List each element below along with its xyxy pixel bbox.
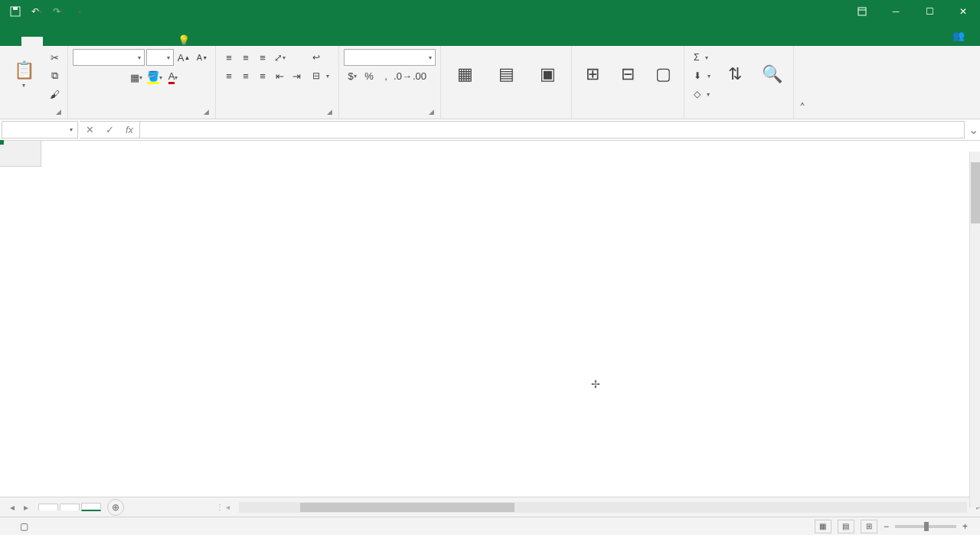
undo-button[interactable]: ↶ ▾ <box>28 2 46 21</box>
sheet-tab-2[interactable] <box>60 504 80 510</box>
group-label-editing <box>689 116 789 117</box>
tab-view[interactable] <box>150 37 172 46</box>
number-format-box[interactable]: ▾ <box>344 49 436 66</box>
paste-button[interactable]: 📋 ▾ <box>5 49 43 101</box>
insert-cells-button[interactable]: ⊞ <box>577 49 609 101</box>
zoom-knob[interactable] <box>924 522 929 531</box>
save-icon[interactable] <box>6 2 24 21</box>
dialog-launcher-icon[interactable]: ◢ <box>204 108 209 116</box>
decrease-decimal-button[interactable]: .00 <box>411 67 428 84</box>
zoom-out-button[interactable]: − <box>884 521 889 532</box>
underline-button[interactable] <box>109 69 126 86</box>
spreadsheet-grid[interactable]: ✢ <box>0 141 980 497</box>
font-color-button[interactable]: A▾ <box>165 69 181 86</box>
align-middle-button[interactable]: ≡ <box>237 49 254 66</box>
sigma-icon: Σ <box>694 52 699 63</box>
fx-button[interactable]: fx <box>119 124 139 135</box>
align-right-button[interactable]: ≡ <box>254 67 271 84</box>
copy-button[interactable]: ⧉ <box>46 67 63 84</box>
decrease-indent-button[interactable]: ⇤ <box>271 67 288 84</box>
horizontal-scrollbar[interactable] <box>239 502 967 513</box>
fill-button[interactable]: ⬇▾ <box>689 67 715 84</box>
clear-icon: ◇ <box>694 89 701 99</box>
scroll-thumb[interactable] <box>971 162 980 223</box>
fill-color-button[interactable]: 🪣▾ <box>146 69 163 86</box>
zoom-in-button[interactable]: + <box>962 521 968 532</box>
conditional-formatting-button[interactable]: ▦ <box>446 49 484 101</box>
format-cells-button[interactable]: ▢ <box>647 49 679 101</box>
dialog-launcher-icon[interactable]: ◢ <box>429 108 434 116</box>
wrap-icon: ↩ <box>312 52 320 63</box>
redo-button[interactable]: ↷ ▾ <box>49 2 67 21</box>
align-left-button[interactable]: ≡ <box>220 67 237 84</box>
increase-decimal-button[interactable]: .0→ <box>394 67 411 84</box>
orientation-button[interactable]: ⤢▾ <box>271 49 288 66</box>
merge-center-button[interactable]: ⊟▾ <box>308 67 334 84</box>
italic-button[interactable] <box>91 69 108 86</box>
sheet-tab-1[interactable] <box>38 504 58 510</box>
dialog-launcher-icon[interactable]: ◢ <box>327 108 332 116</box>
qat-customize[interactable]: ▾ <box>70 2 89 21</box>
comma-button[interactable]: , <box>377 67 394 84</box>
cancel-formula-button[interactable]: ✕ <box>80 124 100 135</box>
clear-button[interactable]: ◇▾ <box>689 86 715 103</box>
decrease-font-button[interactable]: A▼ <box>194 49 211 66</box>
dialog-launcher-icon[interactable]: ◢ <box>56 108 61 116</box>
ribbon-display-options[interactable] <box>845 0 879 23</box>
collapse-ribbon-button[interactable]: ˄ <box>794 46 811 119</box>
enter-formula-button[interactable]: ✓ <box>100 124 119 135</box>
align-top-button[interactable]: ≡ <box>220 49 237 66</box>
bold-button[interactable] <box>73 69 90 86</box>
ribbon-tabs: 💡 👥 <box>0 23 980 46</box>
close-button[interactable]: ✕ <box>946 0 980 23</box>
sheet-nav[interactable]: ◂▸ <box>0 502 38 513</box>
hscroll-thumb[interactable] <box>300 503 514 512</box>
view-pagelayout-button[interactable]: ▤ <box>838 520 854 533</box>
expand-formula-bar[interactable]: ⌄ <box>966 119 980 140</box>
share-button[interactable]: 👥 <box>942 25 980 46</box>
delete-cells-button[interactable]: ⊟ <box>612 49 644 101</box>
svg-rect-1 <box>13 7 18 10</box>
tab-insert[interactable] <box>43 37 64 46</box>
view-pagebreak-button[interactable]: ⊞ <box>861 520 877 533</box>
maximize-button[interactable]: ☐ <box>913 0 946 23</box>
cell-styles-button[interactable]: ▣ <box>528 49 567 101</box>
minimize-button[interactable]: ─ <box>879 0 913 23</box>
align-center-button[interactable]: ≡ <box>237 67 254 84</box>
tab-review[interactable] <box>129 37 150 46</box>
cut-button[interactable]: ✂ <box>46 49 63 66</box>
formula-bar: ▾ ✕ ✓ fx ⌄ <box>0 119 980 141</box>
align-bottom-button[interactable]: ≡ <box>254 49 271 66</box>
format-painter-button[interactable]: 🖌 <box>46 86 63 103</box>
tab-page-layout[interactable] <box>64 37 86 46</box>
vertical-scrollbar[interactable] <box>969 152 980 507</box>
increase-font-button[interactable]: A▲ <box>175 49 192 66</box>
currency-button[interactable]: $▾ <box>344 67 361 84</box>
tell-me[interactable]: 💡 <box>178 34 194 46</box>
group-label-clipboard: ◢ <box>5 116 63 117</box>
macro-record-icon[interactable]: ▢ <box>20 521 28 532</box>
tab-home[interactable] <box>21 37 43 46</box>
sheet-tab-3[interactable] <box>81 503 101 511</box>
border-button[interactable]: ▦▾ <box>128 69 145 86</box>
formula-input[interactable] <box>140 121 965 139</box>
format-as-table-button[interactable]: ▤ <box>487 49 525 101</box>
find-select-button[interactable]: 🔍 <box>755 49 789 101</box>
wrap-text-button[interactable]: ↩ <box>308 49 334 66</box>
increase-indent-button[interactable]: ⇥ <box>288 67 305 84</box>
sort-filter-button[interactable]: ⇅ <box>718 49 752 101</box>
select-all-button[interactable] <box>0 141 41 167</box>
autosum-button[interactable]: Σ▾ <box>689 49 715 66</box>
percent-button[interactable]: % <box>361 67 377 84</box>
name-box[interactable]: ▾ <box>2 121 78 139</box>
view-normal-button[interactable]: ▦ <box>815 520 831 533</box>
tab-formulas[interactable] <box>86 37 107 46</box>
tab-file[interactable] <box>0 37 21 46</box>
group-number: ▾ $▾ % , .0→ .00 ◢ <box>339 46 441 119</box>
zoom-slider[interactable] <box>895 525 956 528</box>
tab-data[interactable] <box>107 37 129 46</box>
font-size-box[interactable]: ▾ <box>146 49 174 66</box>
font-name-box[interactable]: ▾ <box>73 49 145 66</box>
add-sheet-button[interactable]: ⊕ <box>107 499 124 516</box>
delete-icon: ⊟ <box>621 65 635 83</box>
